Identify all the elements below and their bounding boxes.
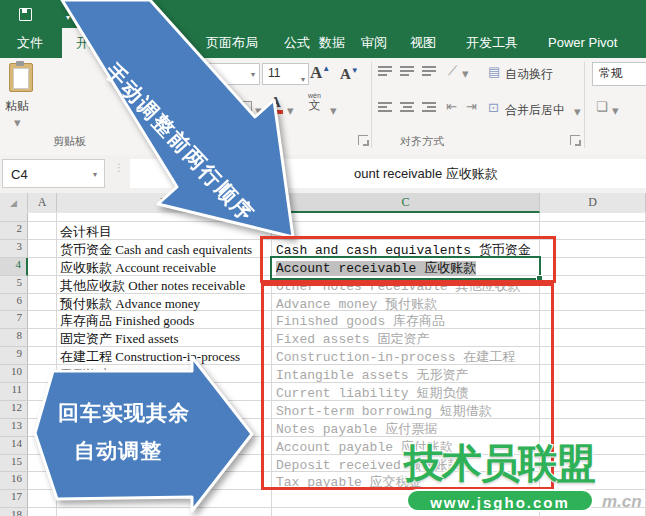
cell-C4[interactable]: Account receivable 应收账款 <box>272 258 540 276</box>
alignment-dialog-launcher-icon[interactable] <box>570 135 580 145</box>
cell-C5[interactable]: Other notes receivable 其他应收款 <box>272 276 540 294</box>
tab-审阅[interactable]: 审阅 <box>361 28 387 58</box>
cell-A1[interactable] <box>28 213 57 222</box>
name-box-caret-icon[interactable]: ▾ <box>93 160 97 189</box>
wrap-text-icon[interactable]: ▤ <box>488 65 500 78</box>
row-header-1[interactable]: 1 <box>0 213 28 222</box>
cell-A3[interactable] <box>28 240 57 258</box>
cell-A4[interactable] <box>28 258 57 276</box>
cell-B13[interactable] <box>57 419 272 437</box>
orientation-caret-icon[interactable]: ▾ <box>462 67 469 80</box>
row-header-6[interactable]: 6 <box>0 294 28 312</box>
cell-C9[interactable]: Construction-in-process 在建工程 <box>272 347 540 365</box>
fill-color-icon[interactable] <box>237 101 252 115</box>
cell-C8[interactable]: Fixed assets 固定资产 <box>272 329 540 347</box>
row-header-11[interactable]: 11 <box>0 383 28 401</box>
cell-B11[interactable] <box>57 383 272 401</box>
merge-center-icon[interactable]: ⊡ <box>488 101 499 114</box>
orientation-icon[interactable]: ⟋ <box>448 64 457 77</box>
customize-qat-icon[interactable]: ▾ <box>156 9 161 22</box>
cell-A6[interactable] <box>28 294 57 312</box>
accounting-format-icon[interactable]: ❏ <box>596 100 608 113</box>
cell-D7[interactable] <box>540 311 646 329</box>
cell-D16[interactable] <box>540 472 646 490</box>
align-middle-icon[interactable] <box>400 64 414 78</box>
cell-A18[interactable] <box>28 508 57 516</box>
cell-D8[interactable] <box>540 329 646 347</box>
cell-B12[interactable] <box>57 401 272 419</box>
cell-C12[interactable]: Short-term borrowing 短期借款 <box>272 401 540 419</box>
cell-D11[interactable] <box>540 383 646 401</box>
tab-公式[interactable]: 公式 <box>284 28 310 58</box>
row-header-18[interactable]: 18 <box>0 508 28 516</box>
col-header-D[interactable]: D <box>540 193 646 212</box>
cell-A17[interactable] <box>28 490 57 508</box>
formula-input[interactable]: ount receivable 应收账款 <box>130 159 646 188</box>
cell-B18[interactable] <box>57 508 272 516</box>
row-header-17[interactable]: 17 <box>0 490 28 508</box>
cell-C10[interactable]: Intangible assets 无形资产 <box>272 365 540 383</box>
row-header-5[interactable]: 5 <box>0 276 28 294</box>
cell-C6[interactable]: Advance money 预付账款 <box>272 294 540 312</box>
font-name-caret-icon[interactable]: ▾ <box>251 70 255 79</box>
cell-A10[interactable] <box>28 365 57 383</box>
accounting-format-caret-icon[interactable]: ▾ <box>612 104 619 117</box>
cell-B16[interactable]: 应交税金 Tax payable <box>57 472 272 490</box>
paste-dropdown-icon[interactable]: ▾ <box>14 116 21 129</box>
tab-file[interactable]: 文件 <box>17 28 43 58</box>
cell-D9[interactable] <box>540 347 646 365</box>
cell-C16[interactable]: Tax payable 应交税金 <box>272 472 540 490</box>
cell-C7[interactable]: Finished goods 库存商品 <box>272 311 540 329</box>
align-left-icon[interactable] <box>378 100 392 114</box>
increase-indent-icon[interactable]: ⇥ <box>466 100 477 113</box>
paste-button[interactable]: 粘贴 <box>5 98 29 115</box>
paste-icon[interactable] <box>9 63 33 92</box>
number-format-combo[interactable]: 常规 <box>592 62 646 86</box>
formula-bar-splitter[interactable]: ⋮ <box>114 165 124 171</box>
cell-A2[interactable] <box>28 222 57 240</box>
fill-color-caret-icon[interactable]: ▾ <box>255 104 262 117</box>
cell-B10[interactable]: 无形资产 Intangible assets <box>57 365 272 383</box>
cell-B7[interactable]: 库存商品 Finished goods <box>57 311 272 329</box>
cell-B3[interactable]: 货币资金 Cash and cash equivalents <box>57 240 272 258</box>
font-dialog-launcher-icon[interactable] <box>358 135 368 145</box>
cell-C17[interactable] <box>272 490 540 508</box>
tab-视图[interactable]: 视图 <box>410 28 436 58</box>
align-top-icon[interactable] <box>378 64 392 78</box>
increase-font-icon[interactable]: A▲ <box>310 63 330 83</box>
cell-D14[interactable] <box>540 437 646 455</box>
cell-A8[interactable] <box>28 329 57 347</box>
cell-B14[interactable] <box>57 437 272 455</box>
row-header-2[interactable]: 2 <box>0 222 28 240</box>
cell-D4[interactable] <box>540 258 646 276</box>
row-header-4[interactable]: 4 <box>0 258 28 276</box>
row-header-16[interactable]: 16 <box>0 472 28 490</box>
redo-dropdown-icon[interactable]: ▾ <box>104 11 108 24</box>
font-size-caret-icon[interactable]: ▾ <box>301 70 305 89</box>
tab-页面布局[interactable]: 页面布局 <box>206 28 258 58</box>
tab-开发工具[interactable]: 开发工具 <box>466 28 518 58</box>
cell-C1[interactable] <box>272 213 540 222</box>
row-header-15[interactable]: 15 <box>0 455 28 473</box>
wrap-text-button[interactable]: 自动换行 <box>505 66 553 83</box>
phonetic-guide-icon[interactable]: wén 文 <box>308 92 321 111</box>
tab-插入[interactable]: 插入 <box>150 28 176 58</box>
cell-A7[interactable] <box>28 311 57 329</box>
cell-B9[interactable]: 在建工程 Construction-in-process <box>57 347 272 365</box>
cell-A9[interactable] <box>28 347 57 365</box>
tab-Power Pivot[interactable]: Power Pivot <box>548 28 617 58</box>
cell-C15[interactable]: Deposit received 预收账款 <box>272 455 540 473</box>
select-all-corner[interactable]: ◢ <box>0 193 28 212</box>
cell-A15[interactable] <box>28 455 57 473</box>
borders-caret-icon[interactable]: ▾ <box>218 104 225 117</box>
merge-center-caret-icon[interactable]: ▾ <box>574 105 581 118</box>
name-box[interactable]: C4 ▾ <box>2 159 105 188</box>
cell-D18[interactable] <box>540 508 646 516</box>
align-bottom-icon[interactable] <box>422 64 436 78</box>
row-header-10[interactable]: 10 <box>0 365 28 383</box>
cell-B1[interactable] <box>57 213 272 222</box>
tab-数据[interactable]: 数据 <box>319 28 345 58</box>
cell-A11[interactable] <box>28 383 57 401</box>
decrease-indent-icon[interactable]: ⇤ <box>446 100 457 113</box>
cell-A12[interactable] <box>28 401 57 419</box>
